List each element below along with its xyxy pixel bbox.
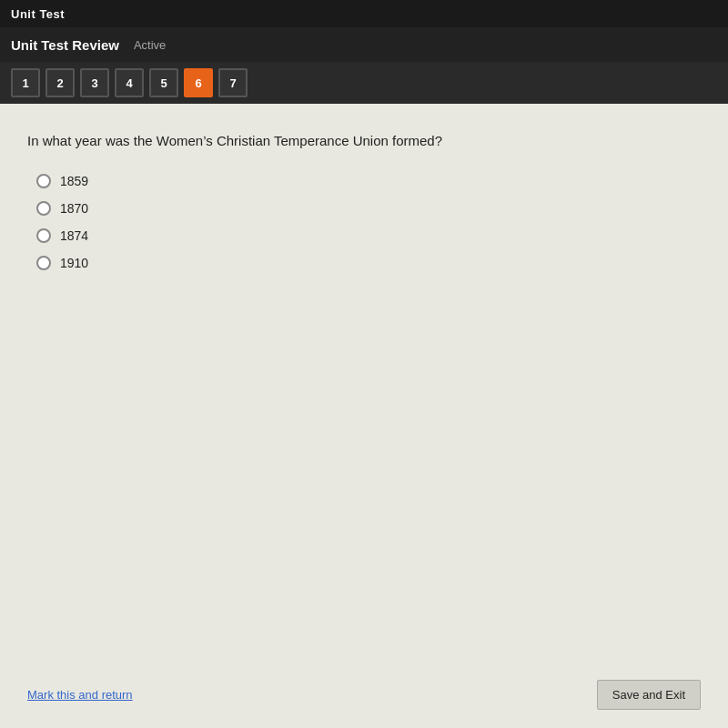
answer-option-0[interactable]: 1859 <box>36 174 692 188</box>
mark-return-link[interactable]: Mark this and return <box>27 688 133 702</box>
nav-btn-7[interactable]: 7 <box>218 68 248 97</box>
top-bar: Unit Test <box>0 0 728 27</box>
nav-btn-5[interactable]: 5 <box>149 68 178 97</box>
header-title: Unit Test Review <box>11 37 119 53</box>
top-bar-title: Unit Test <box>11 7 65 21</box>
answer-option-3[interactable]: 1910 <box>36 256 692 270</box>
nav-btn-1[interactable]: 1 <box>11 68 40 97</box>
header-bar: Unit Test Review Active <box>0 27 728 62</box>
nav-btn-2[interactable]: 2 <box>46 68 75 97</box>
radio-1[interactable] <box>36 201 51 216</box>
nav-btn-6[interactable]: 6 <box>184 68 213 97</box>
question-nav: 1234567 <box>0 62 728 104</box>
answer-label-1: 1870 <box>60 201 88 216</box>
answer-label-0: 1859 <box>60 174 88 188</box>
radio-3[interactable] <box>36 256 51 270</box>
radio-0[interactable] <box>36 174 51 188</box>
answer-label-3: 1910 <box>60 256 88 270</box>
answer-label-2: 1874 <box>60 228 88 243</box>
radio-2[interactable] <box>36 228 51 243</box>
save-exit-button[interactable]: Save and Exit <box>597 680 701 710</box>
header-status: Active <box>134 38 166 52</box>
nav-btn-4[interactable]: 4 <box>115 68 144 97</box>
answer-options: 1859187018741910 <box>36 174 692 270</box>
answer-option-2[interactable]: 1874 <box>36 228 692 243</box>
nav-btn-3[interactable]: 3 <box>80 68 109 97</box>
question-text: In what year was the Women’s Christian T… <box>27 131 692 152</box>
bottom-bar: Mark this and return Save and Exit <box>27 680 701 710</box>
content-area: In what year was the Women’s Christian T… <box>0 104 728 728</box>
answer-option-1[interactable]: 1870 <box>36 201 692 216</box>
